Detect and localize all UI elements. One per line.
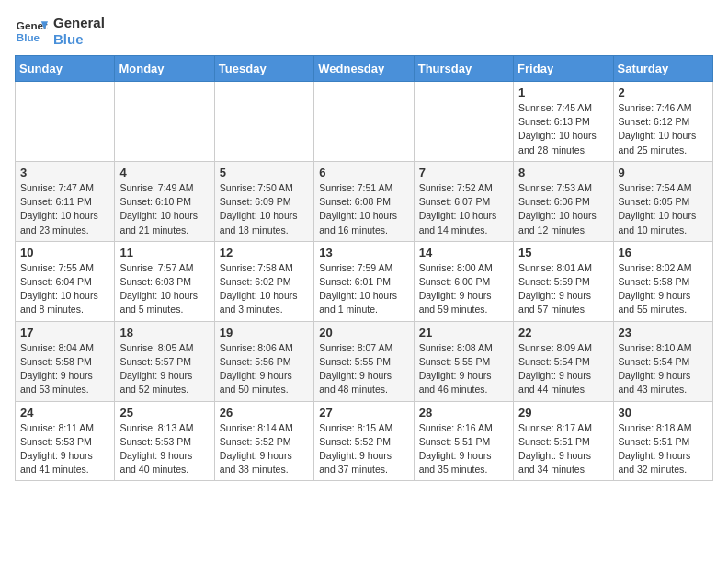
- day-number: 7: [419, 166, 508, 179]
- day-number: 5: [220, 166, 309, 179]
- day-info: Sunrise: 8:01 AM Sunset: 5:59 PM Dayligh…: [518, 261, 608, 317]
- calendar-cell: 4Sunrise: 7:49 AM Sunset: 6:10 PM Daylig…: [115, 161, 214, 241]
- calendar-cell: 11Sunrise: 7:57 AM Sunset: 6:03 PM Dayli…: [115, 241, 214, 321]
- page-header: General Blue General Blue: [15, 15, 713, 48]
- day-number: 24: [20, 406, 109, 419]
- day-number: 25: [119, 406, 209, 419]
- day-number: 30: [619, 406, 708, 419]
- day-number: 11: [119, 246, 209, 259]
- calendar-header: SundayMondayTuesdayWednesdayThursdayFrid…: [16, 56, 713, 82]
- calendar-cell: 29Sunrise: 8:17 AM Sunset: 5:51 PM Dayli…: [514, 401, 613, 481]
- day-number: 19: [220, 326, 309, 339]
- day-number: 16: [619, 246, 708, 259]
- logo-icon: General Blue: [15, 15, 48, 48]
- calendar-cell: 15Sunrise: 8:01 AM Sunset: 5:59 PM Dayli…: [514, 241, 613, 321]
- day-number: 4: [119, 166, 209, 179]
- day-info: Sunrise: 8:15 AM Sunset: 5:52 PM Dayligh…: [319, 421, 408, 477]
- day-info: Sunrise: 8:07 AM Sunset: 5:55 PM Dayligh…: [319, 341, 408, 397]
- calendar-cell: 20Sunrise: 8:07 AM Sunset: 5:55 PM Dayli…: [314, 321, 414, 401]
- calendar-cell: 13Sunrise: 7:59 AM Sunset: 6:01 PM Dayli…: [314, 241, 414, 321]
- day-info: Sunrise: 7:57 AM Sunset: 6:03 PM Dayligh…: [119, 261, 209, 317]
- day-info: Sunrise: 7:49 AM Sunset: 6:10 PM Dayligh…: [119, 181, 209, 237]
- day-info: Sunrise: 7:50 AM Sunset: 6:09 PM Dayligh…: [220, 181, 309, 237]
- calendar-cell: 12Sunrise: 7:58 AM Sunset: 6:02 PM Dayli…: [214, 241, 313, 321]
- calendar-cell: 17Sunrise: 8:04 AM Sunset: 5:58 PM Dayli…: [16, 321, 115, 401]
- day-number: 22: [518, 326, 608, 339]
- calendar-cell: 27Sunrise: 8:15 AM Sunset: 5:52 PM Dayli…: [314, 401, 414, 481]
- day-info: Sunrise: 8:00 AM Sunset: 6:00 PM Dayligh…: [419, 261, 508, 317]
- calendar-cell: 7Sunrise: 7:52 AM Sunset: 6:07 PM Daylig…: [414, 161, 513, 241]
- day-number: 13: [319, 246, 408, 259]
- day-number: 26: [220, 406, 309, 419]
- calendar-week-5: 24Sunrise: 8:11 AM Sunset: 5:53 PM Dayli…: [16, 401, 713, 481]
- calendar-cell: 10Sunrise: 7:55 AM Sunset: 6:04 PM Dayli…: [16, 241, 115, 321]
- svg-text:Blue: Blue: [17, 31, 40, 43]
- day-of-week-wednesday: Wednesday: [314, 56, 414, 82]
- calendar-cell: 2Sunrise: 7:46 AM Sunset: 6:12 PM Daylig…: [613, 82, 712, 162]
- logo: General Blue General Blue: [15, 15, 105, 48]
- day-number: 29: [518, 406, 608, 419]
- day-info: Sunrise: 7:46 AM Sunset: 6:12 PM Dayligh…: [619, 101, 708, 157]
- day-info: Sunrise: 7:51 AM Sunset: 6:08 PM Dayligh…: [319, 181, 408, 237]
- calendar-cell: [214, 82, 313, 162]
- calendar-cell: 14Sunrise: 8:00 AM Sunset: 6:00 PM Dayli…: [414, 241, 513, 321]
- day-of-week-thursday: Thursday: [414, 56, 513, 82]
- calendar-week-1: 1Sunrise: 7:45 AM Sunset: 6:13 PM Daylig…: [16, 82, 713, 162]
- day-number: 10: [20, 246, 109, 259]
- day-info: Sunrise: 8:13 AM Sunset: 5:53 PM Dayligh…: [119, 421, 209, 477]
- day-info: Sunrise: 7:59 AM Sunset: 6:01 PM Dayligh…: [319, 261, 408, 317]
- calendar-body: 1Sunrise: 7:45 AM Sunset: 6:13 PM Daylig…: [16, 82, 713, 481]
- day-info: Sunrise: 7:45 AM Sunset: 6:13 PM Dayligh…: [518, 101, 608, 157]
- calendar-cell: 21Sunrise: 8:08 AM Sunset: 5:55 PM Dayli…: [414, 321, 513, 401]
- day-info: Sunrise: 8:08 AM Sunset: 5:55 PM Dayligh…: [419, 341, 508, 397]
- calendar-cell: 23Sunrise: 8:10 AM Sunset: 5:54 PM Dayli…: [613, 321, 712, 401]
- calendar-week-4: 17Sunrise: 8:04 AM Sunset: 5:58 PM Dayli…: [16, 321, 713, 401]
- day-info: Sunrise: 7:55 AM Sunset: 6:04 PM Dayligh…: [20, 261, 109, 317]
- day-number: 8: [518, 166, 608, 179]
- day-number: 23: [619, 326, 708, 339]
- calendar-cell: 22Sunrise: 8:09 AM Sunset: 5:54 PM Dayli…: [514, 321, 613, 401]
- day-number: 9: [619, 166, 708, 179]
- calendar-cell: 24Sunrise: 8:11 AM Sunset: 5:53 PM Dayli…: [16, 401, 115, 481]
- day-info: Sunrise: 8:10 AM Sunset: 5:54 PM Dayligh…: [619, 341, 708, 397]
- logo-name-general: General: [53, 15, 105, 31]
- day-number: 15: [518, 246, 608, 259]
- calendar-cell: [414, 82, 513, 162]
- calendar-cell: 6Sunrise: 7:51 AM Sunset: 6:08 PM Daylig…: [314, 161, 414, 241]
- calendar-cell: 19Sunrise: 8:06 AM Sunset: 5:56 PM Dayli…: [214, 321, 313, 401]
- day-number: 14: [419, 246, 508, 259]
- day-info: Sunrise: 7:47 AM Sunset: 6:11 PM Dayligh…: [20, 181, 109, 237]
- day-info: Sunrise: 8:09 AM Sunset: 5:54 PM Dayligh…: [518, 341, 608, 397]
- calendar-cell: 28Sunrise: 8:16 AM Sunset: 5:51 PM Dayli…: [414, 401, 513, 481]
- day-number: 28: [419, 406, 508, 419]
- days-of-week-row: SundayMondayTuesdayWednesdayThursdayFrid…: [16, 56, 713, 82]
- day-of-week-saturday: Saturday: [613, 56, 712, 82]
- calendar-week-2: 3Sunrise: 7:47 AM Sunset: 6:11 PM Daylig…: [16, 161, 713, 241]
- calendar-cell: 1Sunrise: 7:45 AM Sunset: 6:13 PM Daylig…: [514, 82, 613, 162]
- day-number: 18: [119, 326, 209, 339]
- day-of-week-sunday: Sunday: [16, 56, 115, 82]
- day-number: 12: [220, 246, 309, 259]
- day-info: Sunrise: 8:04 AM Sunset: 5:58 PM Dayligh…: [20, 341, 109, 397]
- day-info: Sunrise: 8:18 AM Sunset: 5:51 PM Dayligh…: [619, 421, 708, 477]
- day-info: Sunrise: 7:52 AM Sunset: 6:07 PM Dayligh…: [419, 181, 508, 237]
- calendar-cell: 16Sunrise: 8:02 AM Sunset: 5:58 PM Dayli…: [613, 241, 712, 321]
- day-number: 17: [20, 326, 109, 339]
- day-number: 21: [419, 326, 508, 339]
- calendar-cell: [16, 82, 115, 162]
- calendar-cell: 3Sunrise: 7:47 AM Sunset: 6:11 PM Daylig…: [16, 161, 115, 241]
- calendar-cell: [314, 82, 414, 162]
- day-info: Sunrise: 7:54 AM Sunset: 6:05 PM Dayligh…: [619, 181, 708, 237]
- day-info: Sunrise: 8:11 AM Sunset: 5:53 PM Dayligh…: [20, 421, 109, 477]
- calendar-week-3: 10Sunrise: 7:55 AM Sunset: 6:04 PM Dayli…: [16, 241, 713, 321]
- day-info: Sunrise: 7:53 AM Sunset: 6:06 PM Dayligh…: [518, 181, 608, 237]
- day-info: Sunrise: 8:05 AM Sunset: 5:57 PM Dayligh…: [119, 341, 209, 397]
- day-of-week-monday: Monday: [115, 56, 214, 82]
- day-number: 1: [518, 86, 608, 99]
- calendar-cell: 30Sunrise: 8:18 AM Sunset: 5:51 PM Dayli…: [613, 401, 712, 481]
- calendar-table: SundayMondayTuesdayWednesdayThursdayFrid…: [15, 55, 713, 481]
- day-info: Sunrise: 8:06 AM Sunset: 5:56 PM Dayligh…: [220, 341, 309, 397]
- calendar-cell: 26Sunrise: 8:14 AM Sunset: 5:52 PM Dayli…: [214, 401, 313, 481]
- calendar-cell: 18Sunrise: 8:05 AM Sunset: 5:57 PM Dayli…: [115, 321, 214, 401]
- day-of-week-tuesday: Tuesday: [214, 56, 313, 82]
